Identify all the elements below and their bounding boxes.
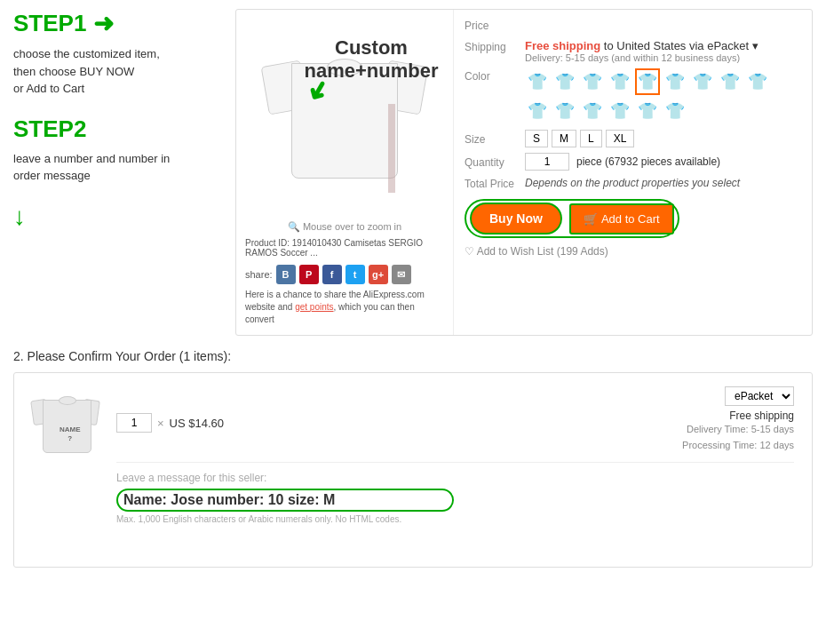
order-shirt-body: NAME ? [43,400,91,453]
shipping-destination: to United States via ePacket [604,39,752,52]
heart-icon: ♡ [465,245,474,258]
size-row: Size S M L XL [465,130,801,147]
color-swatch-darkgray[interactable]: 👕 [580,68,605,95]
wishlist-row: ♡ Add to Wish List (199 Adds) [465,245,801,258]
step1-arrow-icon: ➜ [93,9,114,38]
step2-desc-line1: leave a number and number in [13,150,226,168]
step2-down-arrow-icon: ↓ [13,203,226,231]
step2-description: leave a number and number in order messa… [13,150,226,185]
zoom-icon: 🔍 [288,221,300,232]
color-label: Color [465,68,518,83]
page-wrapper: STEP1 ➜ choose the customized item, then… [0,0,826,576]
step1-desc-line2: then choose BUY NOW [13,63,226,81]
wishlist-text[interactable]: Add to Wish List (199 Adds) [477,245,608,258]
share-vk-button[interactable]: В [276,265,296,284]
delivery-time: Delivery Time: 5-15 days Processing Time… [682,422,794,453]
shipping-value-block: Free shipping to United States via ePack… [525,39,758,63]
quantity-input[interactable] [525,153,569,171]
get-points-link[interactable]: get points [295,302,333,312]
processing-time-text: Processing Time: 12 days [682,438,794,454]
size-s-button[interactable]: S [525,130,548,147]
size-options: S M L XL [525,130,634,147]
size-m-button[interactable]: M [552,130,576,147]
color-swatch-darkred[interactable]: 👕 [745,68,770,95]
button-group: Buy Now 🛒 Add to Cart [465,199,679,238]
message-label: Leave a message for this seller: [116,472,794,484]
shipping-value: Free shipping to United States via ePack… [525,39,758,52]
order-shipping-block: ePacket Free shipping Delivery Time: 5-1… [682,386,794,453]
share-email-button[interactable]: ✉ [392,265,411,284]
shirt-stripe [388,104,395,193]
cart-icon: 🛒 [584,212,598,226]
delivery-time-text: Delivery Time: 5-15 days [682,422,794,438]
color-swatch-cream-selected[interactable]: 👕 [635,68,660,95]
bottom-section: 2. Please Confirm Your Order (1 items): … [13,349,813,568]
order-quantity-input[interactable] [116,413,152,433]
color-swatch-lightgray[interactable]: 👕 [608,68,632,95]
step2-section: STEP2 leave a number and number in order… [13,115,226,231]
color-swatch-gold[interactable]: 👕 [663,98,687,124]
share-note: Here is a chance to share the AliExpress… [245,289,444,326]
color-swatch-pink1[interactable]: 👕 [690,68,715,95]
color-swatch-gray[interactable]: 👕 [552,68,577,95]
step1-desc-line1: choose the customized item, [13,45,226,63]
price-label: Price [465,20,488,32]
total-row: Total Price Depends on the product prope… [465,176,801,190]
free-shipping-text: Free shipping [525,39,600,52]
share-row: share: В P f t g+ ✉ [245,265,444,284]
order-shirt-thumbnail: NAME ? [32,386,103,466]
color-swatch-red[interactable]: 👕 [663,68,687,95]
size-xl-button[interactable]: XL [606,130,635,147]
total-label: Total Price [465,176,518,190]
share-googleplus-button[interactable]: g+ [369,265,388,284]
custom-label-text: Custom name+number [305,36,439,82]
color-swatch-pink4[interactable]: 👕 [580,98,605,124]
product-image-side: Custom name+number ➜ 🔍 [236,10,454,335]
share-twitter-button[interactable]: t [345,265,365,284]
multiply-sign: × [157,417,164,430]
shipping-row: Shipping Free shipping to United States … [465,39,801,63]
order-panel: NAME ? × US $14.60 [13,372,813,568]
step1-desc-line3: or Add to Cart [13,80,226,98]
quantity-row: Quantity piece (67932 pieces available) [465,153,801,171]
step2-title: STEP2 [13,115,226,143]
order-qty-section: × US $14.60 [116,413,224,433]
buy-now-button[interactable]: Buy Now [470,203,562,235]
order-item-row: NAME ? × US $14.60 [32,386,794,524]
free-shipping-label: Free shipping [682,409,794,422]
add-to-cart-button[interactable]: 🛒 Add to Cart [569,203,674,235]
share-facebook-button[interactable]: f [322,265,342,284]
color-swatch-maroon[interactable]: 👕 [525,98,550,124]
size-l-button[interactable]: L [580,130,602,147]
action-buttons: Buy Now 🛒 Add to Cart [465,199,801,238]
total-value: Depends on the product properties you se… [525,177,740,189]
message-section: Leave a message for this seller: Max. 1,… [116,462,794,524]
step2-label: STEP2 [13,115,86,143]
color-swatch-orange[interactable]: 👕 [635,98,660,124]
shipping-label: Shipping [465,39,518,53]
top-section: STEP1 ➜ choose the customized item, then… [13,9,813,336]
order-shirt-text: NAME ? [60,425,81,444]
delivery-text: Delivery: 5-15 days (and within 12 busin… [525,52,758,63]
product-details-side: Price Shipping Free shipping to United S… [454,10,812,335]
custom-label: Custom name+number ➜ [290,36,453,83]
color-swatch-pink2[interactable]: 👕 [718,68,743,95]
shipping-dropdown-icon[interactable]: ▾ [752,39,758,52]
shipping-method-select[interactable]: ePacket [725,386,794,406]
product-inner: Custom name+number ➜ 🔍 [236,10,812,335]
instructions-panel: STEP1 ➜ choose the customized item, then… [13,9,235,336]
message-hint: Max. 1,000 English characters or Arabic … [116,514,794,524]
zoom-hint-text: Mouse over to zoom in [303,221,401,232]
share-pinterest-button[interactable]: P [299,265,319,284]
order-shirt-collar [59,396,76,405]
shirt-name-text: NAME [60,425,81,434]
color-options: 👕 👕 👕 👕 👕 👕 👕 👕 👕 👕 👕 [525,68,774,124]
size-label: Size [465,131,518,146]
color-swatch-white[interactable]: 👕 [525,68,550,95]
message-input[interactable] [123,492,447,508]
color-swatch-blue[interactable]: 👕 [608,98,632,124]
quantity-label: Quantity [465,155,518,169]
add-to-cart-label: Add to Cart [601,212,660,226]
color-swatch-pink3[interactable]: 👕 [552,98,577,124]
step2-desc-line2: order message [13,167,226,185]
